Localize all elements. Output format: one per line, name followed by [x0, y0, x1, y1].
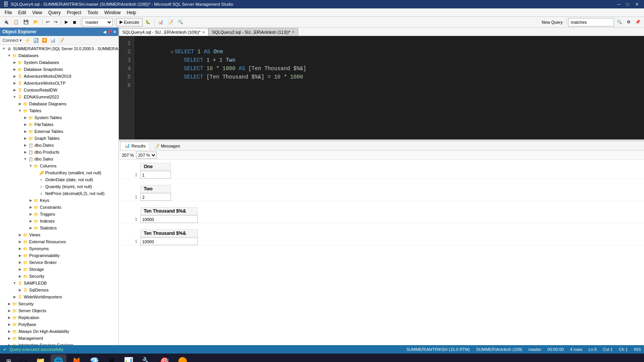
filter-button[interactable]: 🔽 [41, 38, 48, 43]
sql-editor[interactable]: 1 2 3 4 5 6 ⊟SELECT 1 AS One SELECT 1 + … [119, 36, 644, 139]
tree-service-broker[interactable]: ▶ 📁 Service Broker [0, 259, 118, 266]
tree-statistics-folder[interactable]: ▶ 📁 Statistics [0, 224, 118, 231]
taskbar-folder[interactable]: 📁 [33, 354, 48, 362]
tree-databases[interactable]: ▼ 📁 Databases [0, 52, 118, 59]
execute-button[interactable]: ▶ Execute [116, 18, 143, 26]
tree-ext-resources[interactable]: ▶ 📁 External Resources [0, 238, 118, 245]
summary-button[interactable]: 📊 [49, 38, 57, 43]
refresh-button[interactable]: 🔄 [32, 38, 40, 43]
taskbar-orange[interactable]: 🟠 [175, 354, 191, 362]
tree-db-snapshots[interactable]: ▶ 📁 Database Snapshots [0, 66, 118, 73]
new-connection-button[interactable]: 🔌 [2, 18, 11, 26]
toolbar-btn-3[interactable]: 📂 [31, 18, 41, 26]
tree-col-netprice[interactable]: ▶ ≡ NetPrice (decimal(6,2), not null) [0, 190, 118, 197]
tree-aw2019[interactable]: ▶ 🗄 AdventureWorksDW2019 [0, 73, 118, 80]
toolbar-redo[interactable]: ↪ [52, 18, 59, 26]
menu-project[interactable]: Project [64, 9, 84, 16]
zoom-select[interactable]: 207 % 100 % 150 % [136, 152, 157, 159]
maximize-button[interactable]: □ [624, 2, 631, 7]
panel-arrow-left[interactable]: ◀ [103, 30, 106, 34]
query-tab-4[interactable]: SQLQuery4.sql - SU...ER\Antriksh (109))*… [119, 28, 209, 36]
tree-system-db[interactable]: ▶ 📁 System Databases [0, 59, 118, 66]
search-button[interactable]: 🔍 [615, 18, 624, 26]
toolbar-btn-5[interactable]: ▶ [63, 18, 70, 26]
tree-storage[interactable]: ▶ 📁 Storage [0, 266, 118, 273]
taskbar-gem[interactable]: 💎 [87, 354, 102, 362]
tree-dbo-sales[interactable]: ▼ 📋 dbo.Sales [0, 156, 118, 162]
connect-button[interactable]: Connect ▾ [2, 38, 23, 43]
collapse-icon-1[interactable]: ⊟ [171, 50, 173, 54]
toolbar-btn-10[interactable]: ⚙ [625, 18, 632, 26]
tree-synonyms[interactable]: ▶ 📁 Synonyms [0, 245, 118, 252]
debug-button[interactable]: 🐛 [143, 18, 153, 26]
taskbar-chart[interactable]: 📊 [121, 354, 136, 362]
tree-wwi[interactable]: ▶ 🗄 WideWorldImporters [0, 293, 118, 300]
taskbar-firefox[interactable]: 🦊 [69, 354, 84, 362]
tree-awoltp[interactable]: ▶ 🗄 AdventureWorksOLTP [0, 80, 118, 87]
menu-help[interactable]: Help [124, 9, 140, 16]
tree-external-tables[interactable]: ▶ 📁 External Tables [0, 128, 118, 135]
disconnect-button[interactable]: ⚡ [24, 38, 31, 43]
toolbar-btn-1[interactable]: 📋 [12, 18, 21, 26]
tree-tables-folder[interactable]: ▼ 📁 Tables [0, 107, 118, 114]
tree-sys-tables[interactable]: ▶ 📁 System Tables [0, 114, 118, 121]
menu-tools[interactable]: Tools [84, 9, 101, 16]
menu-file[interactable]: File [2, 9, 15, 16]
results-tab-results[interactable]: 📊 Results [120, 142, 150, 150]
results-content[interactable]: One 1 1 Two 1 2 [119, 160, 644, 345]
tree-security-edna[interactable]: ▶ 📁 Security [0, 273, 118, 280]
taskbar-start[interactable]: ⊞ [3, 354, 14, 362]
tree-dbo-dates[interactable]: ▶ 📋 dbo.Dates [0, 142, 118, 149]
menu-edit[interactable]: Edit [15, 9, 29, 16]
toolbar-btn-6[interactable]: ⏹ [71, 18, 79, 26]
taskbar-tools[interactable]: 🔧 [139, 354, 154, 362]
toolbar-btn-2[interactable]: 💾 [21, 18, 31, 26]
taskbar-ie[interactable]: 🌐 [51, 354, 66, 362]
tree-alwayson[interactable]: ▶ 📁 Always On High Availability [0, 328, 118, 335]
tree-graph-tables[interactable]: ▶ 📁 Graph Tables [0, 135, 118, 142]
results-tab-messages[interactable]: 📝 Messages [150, 142, 184, 150]
tree-col-quantity[interactable]: ▶ ≡ Quantity (tinyint, not null) [0, 183, 118, 190]
tree-constraints-folder[interactable]: ▶ 📁 Constraints [0, 204, 118, 211]
tree-edna[interactable]: ▼ 🗄 EDNASummit2022 [0, 93, 118, 100]
close-button[interactable]: ✕ [633, 2, 641, 7]
new-query-button[interactable]: New Query [540, 18, 565, 26]
tree-triggers-folder[interactable]: ▶ 📁 Triggers [0, 211, 118, 218]
panel-close[interactable]: ✕ [113, 30, 116, 34]
tree-db-diagrams[interactable]: ▶ 📁 Database Diagrams [0, 100, 118, 107]
database-dropdown[interactable]: master [82, 18, 113, 26]
tree-indexes-folder[interactable]: ▶ 📁 Indexes [0, 218, 118, 224]
code-area[interactable]: ⊟SELECT 1 AS One SELECT 1 + 1 Two SELECT… [134, 36, 644, 139]
tree-management[interactable]: ▶ 📁 Management [0, 335, 118, 342]
tree-replication[interactable]: ▶ 📁 Replication [0, 314, 118, 321]
tree-server-objects[interactable]: ▶ 📁 Server Objects [0, 307, 118, 314]
menu-window[interactable]: Window [101, 9, 124, 16]
tree-columns-folder[interactable]: ▼ 📁 Columns [0, 162, 118, 169]
taskbar-explorer[interactable]: 🗂 [16, 354, 30, 362]
tree-dbo-products[interactable]: ▶ 📋 dbo.Products [0, 149, 118, 156]
taskbar-monitor[interactable]: 🖥 [105, 354, 118, 362]
query-tab-2-close[interactable]: ✕ [292, 30, 295, 34]
matches-input[interactable] [568, 18, 614, 26]
minimize-button[interactable]: ─ [615, 2, 623, 7]
toolbar-undo[interactable]: ↩ [44, 18, 51, 26]
menu-query[interactable]: Query [45, 9, 64, 16]
tree-sampledb[interactable]: ▼ 🗄 SAMPLEDB [0, 280, 118, 287]
tree-contoso[interactable]: ▶ 🗄 ContosoRetailDW [0, 87, 118, 93]
tree-security[interactable]: ▶ 📁 Security [0, 300, 118, 307]
query-tab-2[interactable]: SQLQuery2.sql - SU...ER\Antriksh (113))*… [209, 28, 298, 36]
tree-server[interactable]: ▼ 🖥 SUMMER\ANTRIKSH (SQL Server 15.0.200… [0, 45, 118, 52]
tree-sqldemos[interactable]: ▶ 🗄 SqlDemos [0, 287, 118, 293]
tree-integration[interactable]: ▶ 📁 Integration Services Catalogs [0, 342, 118, 345]
toolbar-btn-11[interactable]: 📌 [633, 18, 642, 26]
toolbar-btn-8[interactable]: 📝 [166, 18, 175, 26]
menu-view[interactable]: View [29, 9, 45, 16]
tree-keys-folder[interactable]: ▶ 📁 Keys [0, 197, 118, 204]
tree-programmability[interactable]: ▶ 📁 Programmability [0, 252, 118, 259]
tree-file-tables[interactable]: ▶ 📁 FileTables [0, 121, 118, 128]
tree-col-productkey[interactable]: ▶ 🔑 ProductKey (smallint, not null) [0, 169, 118, 176]
query-tab-4-close[interactable]: ✕ [202, 30, 205, 34]
tree-views[interactable]: ▶ 📁 Views [0, 231, 118, 238]
toolbar-btn-7[interactable]: 📊 [156, 18, 165, 26]
tree-col-orderdate[interactable]: ▶ ≡ OrderDate (date, not null) [0, 176, 118, 183]
